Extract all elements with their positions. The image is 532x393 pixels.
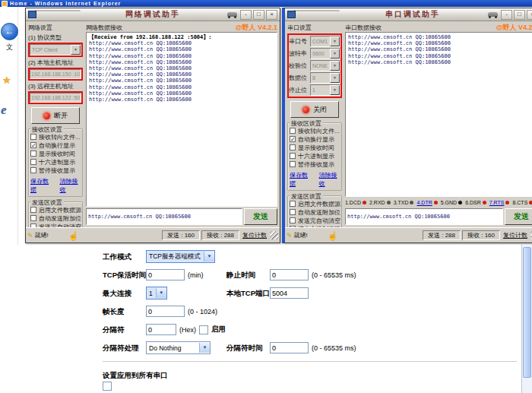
minimize-button[interactable]: - bbox=[240, 10, 252, 20]
checkbox-option[interactable]: 十六进制显示 bbox=[290, 152, 341, 160]
local-port-input[interactable] bbox=[270, 287, 309, 299]
resize-grip[interactable] bbox=[270, 231, 278, 239]
page-scrollbar[interactable] bbox=[521, 245, 532, 393]
max-conn-select[interactable]: 1 ▼ bbox=[146, 287, 167, 300]
checkbox[interactable]: ✓ bbox=[290, 136, 296, 142]
frame-len-input[interactable] bbox=[146, 306, 185, 317]
reset-count-button[interactable]: 复位计数 bbox=[502, 231, 529, 239]
serial-param-select[interactable]: NONE▼ bbox=[310, 60, 340, 71]
serial-window-titlebar[interactable]: 串口调试助手 - □ × bbox=[285, 8, 532, 21]
scrollbar-thumb[interactable] bbox=[523, 247, 531, 378]
delim-proc-select[interactable]: Do Nothing ▼ bbox=[146, 341, 211, 354]
serial-receive-box[interactable]: http://www.cmsoft.cn QQ:10865600http://w… bbox=[345, 32, 532, 197]
checkbox[interactable] bbox=[290, 209, 296, 215]
favorites-star-icon[interactable]: ★ bbox=[2, 74, 11, 86]
checkbox[interactable] bbox=[30, 167, 36, 173]
serial-param-row: 串口号COM1▼ bbox=[289, 36, 340, 47]
save-data-link[interactable]: 保存数据 bbox=[30, 177, 53, 194]
checkbox-option[interactable]: 显示接收时间 bbox=[290, 144, 341, 151]
checkbox[interactable] bbox=[290, 128, 296, 134]
checkbox-option[interactable]: 自动发送附加位 bbox=[30, 214, 82, 222]
serial-param-select[interactable]: 1▼ bbox=[310, 84, 340, 96]
pin-label[interactable]: 7.RTS bbox=[489, 200, 505, 205]
close-port-button[interactable]: 关闭 bbox=[290, 101, 339, 118]
receive-line: http://www.cmsoft.cn QQ:10865600 bbox=[348, 40, 532, 46]
net-window-titlebar[interactable]: 网络调试助手 - □ × bbox=[26, 8, 280, 21]
checkbox-option[interactable]: ✓自动换行显示 bbox=[30, 141, 82, 149]
reset-count-button[interactable]: 复位计数 bbox=[241, 231, 268, 239]
checkbox[interactable] bbox=[30, 159, 36, 165]
keepalive-input[interactable] bbox=[146, 269, 185, 280]
disconnect-button[interactable]: 断开 bbox=[31, 107, 80, 124]
maximize-button[interactable]: □ bbox=[253, 10, 264, 20]
protocol-select[interactable]: TCP Client ▼ bbox=[30, 44, 81, 55]
chevron-down-icon[interactable]: ▼ bbox=[330, 85, 340, 95]
checkbox-option[interactable]: 暂停接收显示 bbox=[30, 166, 82, 174]
idle-time-input[interactable] bbox=[270, 269, 309, 280]
local-host-input[interactable] bbox=[30, 69, 81, 79]
checkbox[interactable] bbox=[30, 223, 36, 227]
chevron-down-icon[interactable]: ▼ bbox=[156, 288, 166, 298]
os-titlebar[interactable]: Home - Windows Internet Explorer bbox=[0, 0, 532, 7]
checkbox[interactable] bbox=[30, 134, 36, 140]
chevron-down-icon[interactable]: ▼ bbox=[330, 73, 340, 83]
maximize-button[interactable]: □ bbox=[514, 10, 525, 20]
chevron-down-icon[interactable]: ▼ bbox=[330, 61, 340, 71]
work-mode-select[interactable]: TCP服务器端模式 ▼ bbox=[146, 250, 215, 263]
serial-param-select[interactable]: 8▼ bbox=[310, 72, 340, 84]
checkbox[interactable] bbox=[290, 201, 296, 207]
pin-label: 1.DCD bbox=[345, 200, 361, 205]
close-button[interactable]: × bbox=[527, 10, 532, 20]
delim-time-suffix: (0 - 65535 ms) bbox=[312, 344, 356, 352]
checkbox-option[interactable]: 暂停接收显示 bbox=[290, 160, 341, 168]
checkbox-option[interactable]: 发送完自动清空 bbox=[30, 223, 82, 227]
serial-send-button[interactable]: 发送 bbox=[505, 208, 532, 225]
remote-host-input[interactable] bbox=[30, 93, 81, 103]
checkbox[interactable] bbox=[290, 161, 296, 167]
delimiter-input[interactable] bbox=[146, 324, 176, 335]
delim-time-input[interactable] bbox=[270, 342, 309, 353]
checkbox[interactable] bbox=[30, 215, 36, 221]
checkbox[interactable]: ✓ bbox=[30, 142, 36, 148]
pin-indicator[interactable]: 4.DTR bbox=[416, 200, 437, 205]
apply-all-checkbox[interactable] bbox=[103, 382, 112, 391]
net-receive-box[interactable]: 【Receive from 192.168.188.122 :5004】:htt… bbox=[86, 32, 277, 207]
delimiter-enable-checkbox[interactable] bbox=[199, 325, 208, 334]
chevron-down-icon[interactable]: ▼ bbox=[71, 45, 81, 55]
save-data-link[interactable]: 保存数据 bbox=[290, 171, 312, 188]
back-button[interactable]: ← bbox=[1, 23, 18, 40]
chevron-down-icon[interactable]: ▼ bbox=[204, 252, 214, 261]
clear-recv-link[interactable]: 清除接收 bbox=[60, 177, 83, 194]
checkbox-option[interactable]: 接收转向文件... bbox=[30, 133, 82, 141]
checkbox-option[interactable]: 发送完自动清空 bbox=[290, 217, 341, 224]
checkbox[interactable] bbox=[290, 144, 296, 151]
net-send-button[interactable]: 发送 bbox=[244, 208, 277, 225]
pin-label[interactable]: 4.DTR bbox=[416, 200, 432, 205]
ie-menu-char[interactable]: 文 bbox=[6, 43, 13, 52]
chevron-down-icon[interactable]: ▼ bbox=[330, 36, 340, 46]
checkbox-option[interactable]: 接收转向文件... bbox=[290, 127, 341, 135]
checkbox-option[interactable]: 十六进制显示 bbox=[30, 158, 82, 166]
checkbox-option[interactable]: ✓自动换行显示 bbox=[290, 135, 341, 143]
serial-send-input[interactable] bbox=[345, 208, 503, 225]
checkbox-option[interactable]: 按十六进制发送 bbox=[290, 225, 341, 227]
checkbox-option[interactable]: 启用文件数据源... bbox=[290, 200, 341, 208]
checkbox[interactable] bbox=[290, 153, 296, 159]
checkbox[interactable] bbox=[290, 217, 296, 223]
checkbox-option[interactable]: 自动发送附加位 bbox=[290, 208, 341, 216]
checkbox-option[interactable]: 显示接收时间 bbox=[30, 150, 82, 157]
minimize-button[interactable]: - bbox=[501, 10, 512, 20]
serial-param-select[interactable]: COM1▼ bbox=[310, 36, 340, 47]
recv-group-title: 接收区设置 bbox=[30, 125, 64, 134]
checkbox[interactable] bbox=[30, 151, 36, 157]
serial-param-select[interactable]: 9600▼ bbox=[310, 48, 340, 59]
chevron-down-icon[interactable]: ▼ bbox=[199, 343, 210, 353]
checkbox[interactable] bbox=[290, 226, 296, 227]
clear-recv-link[interactable]: 清除接收 bbox=[319, 171, 342, 188]
checkbox[interactable] bbox=[30, 207, 36, 213]
net-send-input[interactable] bbox=[86, 208, 242, 225]
chevron-down-icon[interactable]: ▼ bbox=[330, 49, 340, 59]
pin-indicator[interactable]: 7.RTS bbox=[489, 200, 510, 205]
checkbox-option[interactable]: 启用文件数据源... bbox=[30, 206, 82, 214]
close-button[interactable]: × bbox=[266, 10, 277, 20]
